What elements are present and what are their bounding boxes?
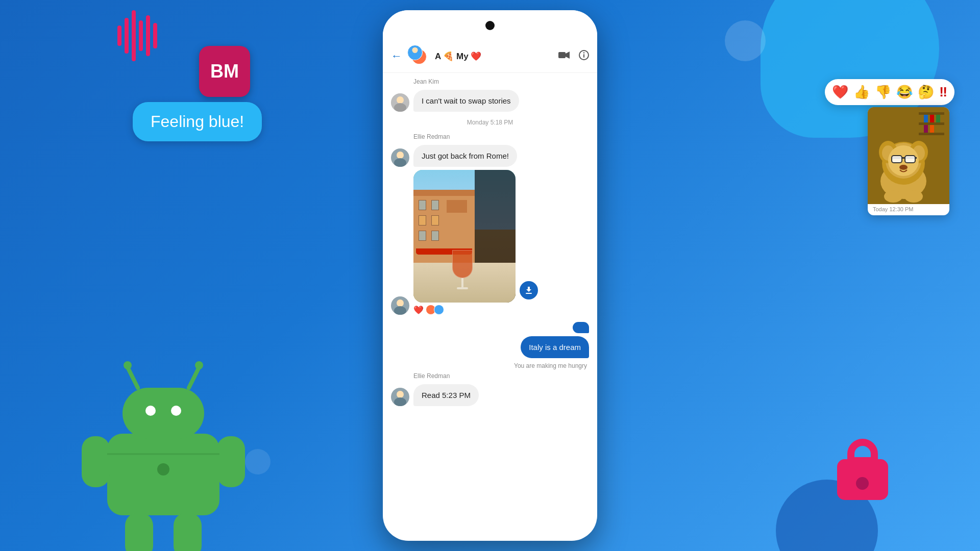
android-robot [77,352,250,551]
timestamp-monday: Monday 5:18 PM [391,119,589,126]
bubble-italy-dream [573,322,589,333]
bottom-spacer [391,409,589,419]
emoji-laugh[interactable]: 😂 [896,84,913,100]
svg-rect-41 [936,115,940,122]
message-row-sent-2: Italy is a dream [391,336,589,358]
svg-rect-8 [82,436,110,487]
bubble-pasta: Read 5:23 PM [413,384,479,406]
svg-rect-53 [892,156,902,163]
svg-point-29 [397,299,404,307]
svg-point-26 [397,152,404,159]
msg-text-1: I can't wait to swap stories [422,96,511,105]
emoji-think[interactable]: 🤔 [918,84,934,100]
emoji-thumbs-down[interactable]: 👎 [875,84,891,100]
svg-point-5 [195,361,203,369]
feeling-blue-text: Feeling blue! [151,112,244,131]
lock-keyhole [856,477,869,490]
sound-bar-2 [125,18,129,54]
emoji-reaction-bar: ❤️ 👍 👎 😂 🤔 ‼️ [825,79,954,105]
svg-point-17 [410,54,420,60]
msg-text-pasta: Read 5:23 PM [422,391,471,399]
sound-bar-4 [139,20,143,51]
lock-body [837,459,888,500]
dog-timestamp-text: Today 12:30 PM [873,206,914,212]
svg-rect-54 [905,156,915,163]
svg-line-2 [128,367,138,388]
svg-point-13 [157,463,169,475]
phone-frame: ← A 🍕 My ❤️ [383,10,597,541]
cocktail-glass [452,250,473,289]
sound-bar-1 [117,26,121,46]
ellie-redman-avatar-1 [391,148,409,167]
svg-point-7 [171,406,181,416]
avatar-front [407,45,423,60]
reaction-avatar-2 [434,305,444,315]
svg-line-4 [189,367,199,388]
message-row-2: Just got back from Rome! [391,145,589,167]
sender-ellie-redman-1: Ellie Redman [413,133,589,140]
svg-rect-18 [558,52,566,58]
download-button[interactable] [520,281,538,299]
msg-text-2: Just got back from Rome! [422,152,509,160]
svg-rect-40 [930,115,934,122]
svg-point-58 [884,190,902,203]
message-row-pasta: Read 5:23 PM [391,384,589,406]
sound-bar-3 [132,10,136,61]
svg-point-23 [397,96,404,104]
svg-rect-37 [919,122,944,125]
bubble-jean-kim: I can't wait to swap stories [413,90,519,112]
chat-header: ← A 🍕 My ❤️ [383,41,597,73]
svg-rect-20 [583,54,584,58]
sender-jean-kim: Jean Kim [413,78,589,85]
avatar-stack [407,45,430,67]
svg-rect-31 [526,293,532,294]
chat-body: Jean Kim I can't wait to swap stories Mo… [383,73,597,541]
photo-bubble [413,170,516,303]
dog-photo-card: Today 12:30 PM [868,107,949,215]
svg-rect-36 [919,112,944,115]
dog-photo-image [868,107,949,204]
lock-shape [837,439,888,500]
svg-rect-10 [125,513,153,551]
sender-ellie-redman-2: Ellie Redman [413,372,589,380]
deco-circle-top [725,20,766,61]
svg-rect-42 [924,125,928,133]
photo-message: ❤️ [413,170,516,315]
video-call-icon[interactable] [558,50,570,63]
emoji-exclaim[interactable]: ‼️ [939,84,947,100]
photo-scene [413,170,516,303]
header-avatar-group: A 🍕 My ❤️ [407,45,558,67]
svg-point-21 [583,52,584,53]
svg-point-16 [412,47,418,53]
emoji-thumbs-up[interactable]: 👍 [853,84,870,100]
sound-wave [117,10,157,61]
svg-rect-39 [924,115,928,122]
svg-point-6 [145,406,156,416]
ellie-redman-avatar-2 [391,296,409,315]
header-icons [558,50,589,63]
emoji-heart[interactable]: ❤️ [832,84,848,100]
phone-notch [383,10,597,41]
reaction-row: ❤️ [413,305,516,315]
dog-card-timestamp: Today 12:30 PM [868,204,949,215]
svg-point-59 [904,190,923,203]
sound-bar-6 [153,23,157,48]
svg-point-3 [124,361,132,369]
jean-kim-avatar [391,93,409,112]
feeling-blue-bubble: Feeling blue! [133,102,262,141]
svg-rect-1 [122,388,204,439]
message-row-sent-1 [391,322,589,333]
info-icon[interactable] [579,50,589,63]
message-row-1: I can't wait to swap stories [391,90,589,112]
svg-point-33 [397,391,404,398]
svg-rect-11 [174,513,202,551]
header-group-label: A 🍕 My ❤️ [435,51,481,62]
phone-camera [485,21,495,30]
heart-reaction: ❤️ [413,305,424,315]
sound-bar-5 [146,15,150,56]
read-receipt: You are making me hungry [391,362,587,369]
svg-rect-38 [919,133,944,135]
back-button[interactable]: ← [391,49,402,63]
svg-rect-43 [930,125,934,133]
bubble-ellie-rome: Just got back from Rome! [413,145,517,167]
